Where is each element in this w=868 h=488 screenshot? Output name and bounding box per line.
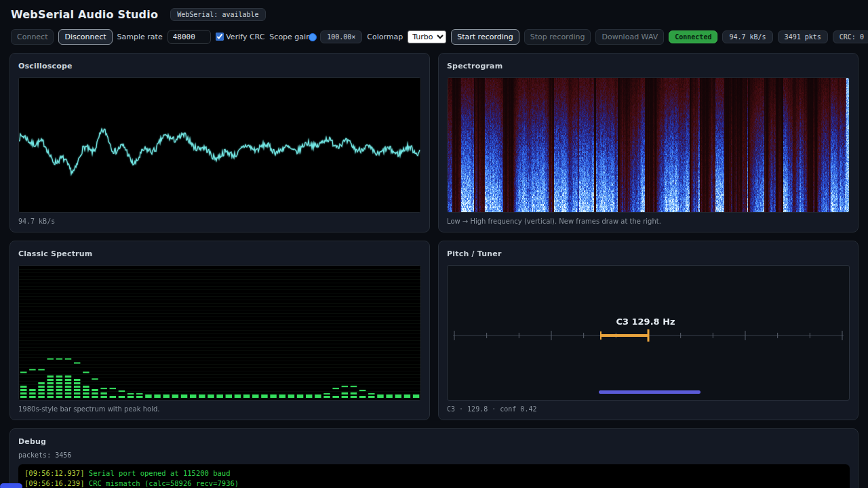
sample-rate-label: Sample rate: [117, 33, 163, 41]
app-title: WebSerial Audio Studio: [11, 8, 158, 21]
tuner-caption: C3 · 129.8 · conf 0.42: [447, 405, 850, 413]
slider-thumb[interactable]: [309, 33, 317, 41]
spectrogram-canvas: [447, 77, 850, 213]
stop-recording-button[interactable]: Stop recording: [524, 29, 591, 45]
debug-log[interactable]: [09:56:12.937] Serial port opened at 115…: [18, 464, 850, 488]
verify-crc-control[interactable]: Verify CRC: [216, 33, 265, 41]
colormap-select[interactable]: Turbo: [408, 30, 446, 43]
colormap-label: Colormap: [367, 33, 403, 41]
oscilloscope-title: Oscilloscope: [18, 62, 421, 70]
scope-gain-label: Scope gain: [269, 33, 311, 41]
spectrogram-title: Spectrogram: [447, 62, 850, 70]
debug-title: Debug: [18, 437, 850, 446]
toolbar: Connect Disconnect Sample rate Verify CR…: [0, 24, 868, 53]
main-grid: Oscilloscope 94.7 kB/s Spectrogram Low →…: [0, 53, 868, 420]
data-rate-badge: 94.7 kB/s: [722, 30, 772, 43]
debug-packet-count: packets: 3456: [18, 451, 850, 459]
classic-spectrum-title: Classic Spectrum: [18, 249, 421, 258]
tuner-title: Pitch / Tuner: [447, 249, 850, 258]
connection-status-badge: Connected: [669, 30, 717, 43]
disconnect-button[interactable]: Disconnect: [58, 29, 112, 45]
log-line: [09:56:12.937] Serial port opened at 115…: [24, 468, 844, 479]
log-line: [09:56:16.239] CRC mismatch (calc=58926 …: [24, 479, 844, 488]
oscilloscope-panel: Oscilloscope 94.7 kB/s: [9, 53, 430, 232]
packet-count-badge: 3491 pkts: [778, 30, 828, 43]
app-header: WebSerial Audio Studio WebSerial: availa…: [0, 0, 868, 24]
tuner-canvas: [447, 265, 850, 401]
bottom-left-artifact: [0, 483, 22, 488]
sample-rate-input[interactable]: [167, 30, 211, 44]
crc-errors-badge: CRC: 0: [833, 30, 868, 43]
spectrogram-panel: Spectrogram Low → High frequency (vertic…: [438, 53, 859, 232]
scope-gain-value: 100.00×: [320, 30, 362, 43]
connect-button[interactable]: Connect: [11, 29, 54, 45]
webserial-status-badge: WebSerial: available: [170, 8, 265, 21]
classic-spectrum-caption: 1980s-style bar spectrum with peak hold.: [18, 405, 421, 413]
classic-spectrum-panel: Classic Spectrum 1980s-style bar spectru…: [9, 241, 430, 420]
start-recording-button[interactable]: Start recording: [451, 29, 519, 45]
oscilloscope-canvas: [18, 77, 421, 213]
tuner-panel: Pitch / Tuner C3 · 129.8 · conf 0.42: [438, 241, 859, 420]
debug-panel: Debug packets: 3456 [09:56:12.937] Seria…: [9, 428, 859, 488]
spectrogram-caption: Low → High frequency (vertical). New fra…: [447, 218, 850, 225]
oscilloscope-caption: 94.7 kB/s: [18, 218, 421, 225]
verify-crc-label: Verify CRC: [226, 33, 264, 41]
classic-spectrum-canvas: [18, 265, 421, 401]
verify-crc-checkbox[interactable]: [216, 33, 224, 41]
download-wav-button[interactable]: Download WAV: [595, 29, 664, 45]
